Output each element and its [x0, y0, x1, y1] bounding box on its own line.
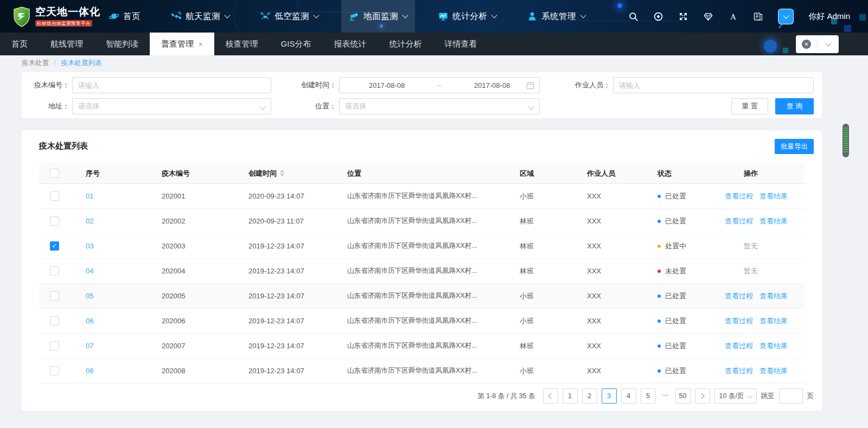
address-select[interactable]: 请选择: [72, 98, 271, 114]
status-dot: [658, 295, 661, 298]
row-checkbox[interactable]: [50, 366, 59, 375]
tab-list-dropdown-button[interactable]: [818, 35, 839, 53]
cell-code: 202001: [145, 192, 232, 200]
page-number-button[interactable]: 2: [582, 388, 597, 404]
tab-bar: 首页航线管理智能判读普查管理×核查管理GIS分布报表统计统计分析详情查看 ✕: [0, 33, 868, 55]
row-checkbox[interactable]: [50, 216, 59, 226]
gem-icon[interactable]: [703, 11, 713, 22]
row-action-link[interactable]: 查看过程: [725, 317, 753, 325]
menu-item-aerospace-monitor[interactable]: 航天监测: [163, 0, 237, 33]
date-start-value[interactable]: 2017-08-08: [340, 81, 434, 90]
tab-item-0[interactable]: 首页: [0, 33, 39, 55]
row-seq-link[interactable]: 06: [86, 317, 93, 325]
calendar-icon[interactable]: [526, 81, 534, 90]
row-action-link[interactable]: 查看结果: [760, 292, 788, 300]
tab-item-2[interactable]: 智能判读: [94, 33, 150, 55]
menu-item-home[interactable]: 首页: [101, 0, 148, 33]
row-checkbox[interactable]: [50, 316, 59, 325]
row-action-link[interactable]: 查看过程: [725, 367, 753, 375]
page-number-button[interactable]: 3: [602, 388, 617, 404]
breadcrumb-separator: /: [54, 59, 55, 67]
row-checkbox[interactable]: ✓: [50, 241, 59, 251]
app-title: 空天地一体化: [35, 6, 100, 17]
fullscreen-icon[interactable]: [678, 11, 688, 22]
row-action-link[interactable]: 查看过程: [725, 192, 753, 200]
row-seq-link[interactable]: 02: [86, 217, 93, 225]
cell-worker: XXX: [571, 342, 641, 350]
tab-item-7[interactable]: 统计分析: [378, 33, 433, 55]
theme-dropdown-button[interactable]: [778, 9, 794, 24]
prev-page-button[interactable]: [543, 388, 558, 404]
row-action-link[interactable]: 查看结果: [760, 317, 788, 325]
tab-item-4[interactable]: 核查管理: [214, 33, 270, 55]
table-row: ✓032020032019-12-23 14:07山东省济南市历下区舜华街道凤凰…: [39, 234, 805, 259]
row-action-link[interactable]: 查看过程: [725, 342, 753, 350]
row-seq-link[interactable]: 01: [86, 192, 93, 200]
worker-input[interactable]: [613, 77, 814, 93]
cell-area: 小班: [503, 291, 571, 301]
row-seq-link[interactable]: 08: [86, 367, 93, 375]
row-action-link[interactable]: 查看结果: [760, 342, 788, 350]
row-seq-link[interactable]: 03: [86, 242, 93, 250]
row-action-link[interactable]: 查看过程: [725, 217, 753, 225]
sort-icon[interactable]: [280, 170, 284, 176]
menu-item-system-manage[interactable]: 系统管理: [519, 0, 593, 33]
row-seq-link[interactable]: 07: [86, 342, 93, 350]
cell-worker: XXX: [571, 242, 641, 250]
tab-item-8[interactable]: 详情查看: [433, 33, 488, 55]
row-checkbox[interactable]: [50, 266, 59, 276]
row-checkbox[interactable]: [50, 291, 59, 301]
date-end-value[interactable]: 2017-08-08: [445, 81, 539, 90]
next-page-button[interactable]: [695, 388, 710, 404]
row-checkbox[interactable]: [50, 341, 59, 350]
reset-button[interactable]: 重 置: [731, 98, 768, 114]
search-icon[interactable]: [628, 11, 639, 22]
row-action-link[interactable]: 查看结果: [760, 217, 788, 225]
user-greeting[interactable]: 你好 Admin: [808, 11, 850, 22]
font-icon[interactable]: A: [728, 11, 738, 22]
cell-location: 山东省济南市历下区舜华街道凤凰路XX村...: [331, 241, 503, 251]
page-ellipsis[interactable]: •••: [660, 388, 671, 404]
tab-item-1[interactable]: 航线管理: [39, 33, 94, 55]
tree-code-input[interactable]: [72, 77, 271, 93]
page-number-button[interactable]: 4: [621, 388, 636, 404]
cell-actions: 查看过程查看结果: [722, 191, 805, 201]
col-header-area: 区域: [503, 169, 571, 178]
row-seq-link[interactable]: 05: [86, 292, 93, 300]
table-row: 022020022020-09-23 11:07山东省济南市历下区舜华街道凤凰路…: [39, 209, 805, 234]
row-checkbox[interactable]: [50, 191, 59, 201]
user-icon: [527, 11, 538, 22]
scrollbar-thumb[interactable]: [843, 124, 849, 157]
row-action-link[interactable]: 查看过程: [725, 292, 753, 300]
dictionary-icon[interactable]: [753, 11, 763, 22]
search-button[interactable]: 查 询: [775, 98, 814, 114]
created-time-range-picker[interactable]: 2017-08-08 ~ 2017-08-08: [339, 77, 540, 93]
row-action-link[interactable]: 查看结果: [760, 367, 788, 375]
page-number-button[interactable]: 1: [563, 388, 578, 404]
record-icon[interactable]: [653, 11, 663, 22]
tab-item-3[interactable]: 普查管理×: [150, 33, 214, 55]
chevron-down-icon: [747, 393, 752, 398]
menu-item-ground-monitor[interactable]: 地面监测: [341, 0, 415, 33]
row-action-link[interactable]: 查看结果: [760, 192, 788, 200]
batch-export-button[interactable]: 批量导出: [775, 139, 814, 154]
tab-close-icon[interactable]: ×: [199, 41, 203, 48]
menu-item-statistic-analysis[interactable]: 统计分析: [430, 0, 504, 33]
jump-page-input[interactable]: [779, 388, 803, 404]
monitor-icon: [438, 11, 449, 22]
breadcrumb-parent[interactable]: 疫木处置: [22, 59, 49, 67]
row-seq-link[interactable]: 04: [86, 267, 93, 275]
table-row: 062020062019-12-23 14:07山东省济南市历下区舜华街道凤凰路…: [39, 309, 805, 334]
col-header-created[interactable]: 创建时间: [232, 169, 331, 178]
page-number-button[interactable]: 5: [641, 388, 656, 404]
page-number-button[interactable]: 50: [675, 388, 691, 404]
menu-item-low-altitude-monitor[interactable]: 低空监测: [252, 0, 326, 33]
tab-item-5[interactable]: GIS分布: [270, 33, 323, 55]
position-select[interactable]: 请选择: [339, 98, 540, 114]
breadcrumb-current[interactable]: 疫木处置列表: [61, 59, 101, 67]
table-header-row: 序号 疫木编号 创建时间 位置 区域 作业人员 状态 操作: [39, 163, 805, 184]
tab-item-6[interactable]: 报表统计: [322, 33, 378, 55]
select-all-checkbox[interactable]: [50, 169, 59, 178]
close-all-tabs-button[interactable]: ✕: [796, 35, 817, 53]
page-size-select[interactable]: 10 条/页: [714, 388, 757, 404]
